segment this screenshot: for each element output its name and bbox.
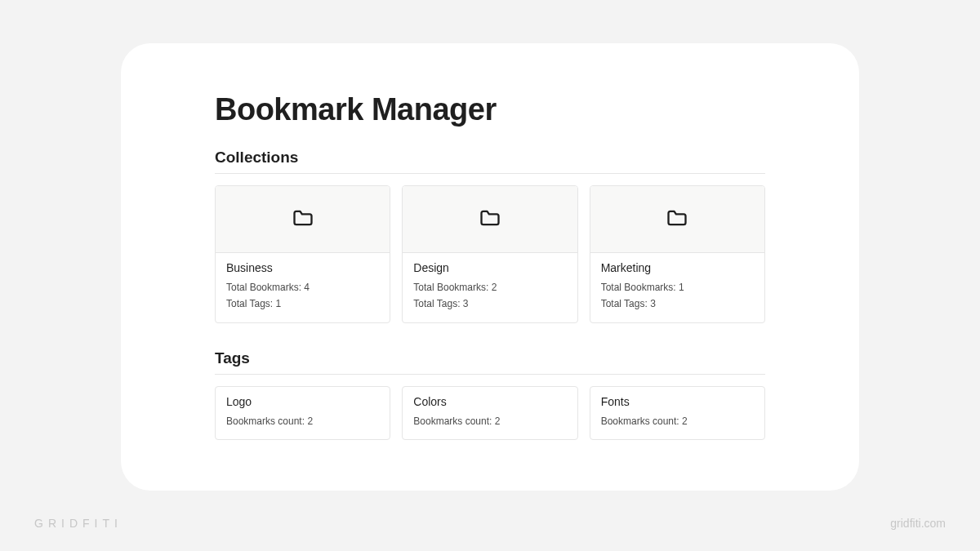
brand-site-text: gridfiti.com xyxy=(890,517,946,530)
app-window: Bookmark Manager Collections Business To… xyxy=(121,43,859,491)
collection-tags-count: Total Tags: 3 xyxy=(601,295,754,312)
collection-bookmarks-count: Total Bookmarks: 1 xyxy=(601,279,754,295)
card-icon-area xyxy=(590,186,764,253)
collection-name: Business xyxy=(226,261,379,274)
collection-name: Design xyxy=(413,261,566,274)
collection-tags-count: Total Tags: 3 xyxy=(413,295,566,312)
tag-bookmarks-count: Bookmarks count: 2 xyxy=(226,413,379,429)
card-body: Business Total Bookmarks: 4 Total Tags: … xyxy=(216,253,390,322)
divider xyxy=(215,374,765,375)
tag-bookmarks-count: Bookmarks count: 2 xyxy=(413,413,566,429)
collection-tags-count: Total Tags: 1 xyxy=(226,295,379,312)
folder-icon xyxy=(479,207,501,233)
tags-row: Logo Bookmarks count: 2 Colors Bookmarks… xyxy=(215,386,765,440)
card-body: Marketing Total Bookmarks: 1 Total Tags:… xyxy=(590,253,764,322)
tag-card-logo[interactable]: Logo Bookmarks count: 2 xyxy=(215,386,390,440)
tag-name: Colors xyxy=(413,395,566,408)
divider xyxy=(215,173,765,174)
collection-bookmarks-count: Total Bookmarks: 4 xyxy=(226,279,379,295)
brand-logo-text: GRIDFITI xyxy=(34,517,122,530)
tags-heading: Tags xyxy=(215,349,765,367)
collection-card-design[interactable]: Design Total Bookmarks: 2 Total Tags: 3 xyxy=(402,185,577,323)
tag-name: Logo xyxy=(226,395,379,408)
tag-card-colors[interactable]: Colors Bookmarks count: 2 xyxy=(402,386,577,440)
tag-card-fonts[interactable]: Fonts Bookmarks count: 2 xyxy=(590,386,765,440)
card-icon-area xyxy=(216,186,390,253)
collection-bookmarks-count: Total Bookmarks: 2 xyxy=(413,279,566,295)
collection-card-business[interactable]: Business Total Bookmarks: 4 Total Tags: … xyxy=(215,185,390,323)
tag-name: Fonts xyxy=(601,395,754,408)
collection-card-marketing[interactable]: Marketing Total Bookmarks: 1 Total Tags:… xyxy=(590,185,765,323)
card-icon-area xyxy=(403,186,577,253)
page-title: Bookmark Manager xyxy=(215,92,765,127)
folder-icon xyxy=(292,207,314,233)
collection-name: Marketing xyxy=(601,261,754,274)
folder-icon xyxy=(666,207,688,233)
tag-bookmarks-count: Bookmarks count: 2 xyxy=(601,413,754,429)
collections-row: Business Total Bookmarks: 4 Total Tags: … xyxy=(215,185,765,323)
card-body: Design Total Bookmarks: 2 Total Tags: 3 xyxy=(403,253,577,322)
collections-heading: Collections xyxy=(215,149,765,167)
